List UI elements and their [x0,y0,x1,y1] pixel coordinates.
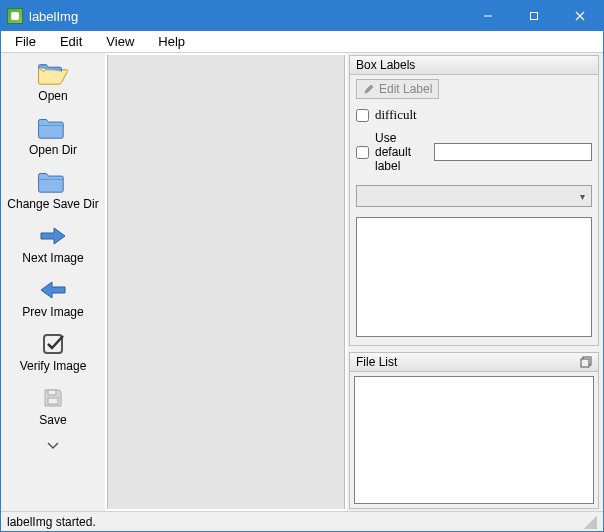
menu-bar: File Edit View Help [1,31,603,53]
file-list-header: File List [349,352,599,372]
default-label-row: Use default label [356,131,592,173]
floppy-disk-icon [34,385,72,411]
use-default-label-text: Use default label [375,131,428,173]
next-image-label: Next Image [22,251,83,265]
main-area: Open Open Dir Change Save Dir [1,53,603,511]
difficult-row: difficult [356,107,592,123]
svg-rect-6 [48,398,58,404]
maximize-button[interactable] [511,1,557,31]
box-labels-header: Box Labels [349,55,599,75]
use-default-label-checkbox[interactable] [356,146,369,159]
image-canvas[interactable] [107,55,345,509]
label-combo[interactable]: ▾ [356,185,592,207]
file-list-title: File List [356,355,397,369]
prev-image-button[interactable]: Prev Image [5,273,101,325]
svg-rect-1 [531,13,538,20]
save-button[interactable]: Save [5,381,101,433]
left-toolbar: Open Open Dir Change Save Dir [1,53,105,511]
menu-view[interactable]: View [96,32,144,51]
chevron-down-icon: ▾ [580,191,585,202]
open-label: Open [38,89,67,103]
edit-label-button[interactable]: Edit Label [356,79,439,99]
box-labels-title: Box Labels [356,58,415,72]
svg-rect-4 [44,335,62,353]
box-labels-panel: Edit Label difficult Use default label ▾ [349,75,599,346]
difficult-label: difficult [375,107,417,123]
close-button[interactable] [557,1,603,31]
app-icon [7,8,23,24]
check-square-icon [34,331,72,357]
default-label-input[interactable] [434,143,592,161]
difficult-checkbox[interactable] [356,109,369,122]
window-controls [465,1,603,31]
undock-icon[interactable] [580,356,592,368]
prev-image-label: Prev Image [22,305,83,319]
svg-rect-8 [581,359,589,367]
change-save-dir-label: Change Save Dir [7,197,98,211]
save-label: Save [39,413,66,427]
chevron-down-icon [47,442,59,450]
arrow-left-icon [34,277,72,303]
change-save-dir-button[interactable]: Change Save Dir [5,165,101,217]
label-list[interactable] [356,217,592,337]
menu-file[interactable]: File [5,32,46,51]
minimize-button[interactable] [465,1,511,31]
menu-help[interactable]: Help [148,32,195,51]
toolbar-more-chevron[interactable] [5,435,101,457]
right-panel: Box Labels Edit Label difficult Use defa… [347,53,603,511]
open-dir-button[interactable]: Open Dir [5,111,101,163]
verify-image-button[interactable]: Verify Image [5,327,101,379]
open-button[interactable]: Open [5,57,101,109]
folder-icon [34,169,72,195]
status-bar: labelImg started. [1,511,603,531]
folder-open-icon [34,61,72,87]
folder-icon [34,115,72,141]
next-image-button[interactable]: Next Image [5,219,101,271]
menu-edit[interactable]: Edit [50,32,92,51]
verify-image-label: Verify Image [20,359,87,373]
svg-rect-5 [48,390,56,395]
file-list-panel [349,372,599,509]
edit-label-text: Edit Label [379,82,432,96]
window-title: labelImg [29,9,465,24]
title-bar: labelImg [1,1,603,31]
pencil-icon [363,83,375,95]
file-list[interactable] [354,376,594,504]
status-message: labelImg started. [7,515,96,529]
resize-grip[interactable] [583,515,597,529]
open-dir-label: Open Dir [29,143,77,157]
arrow-right-icon [34,223,72,249]
